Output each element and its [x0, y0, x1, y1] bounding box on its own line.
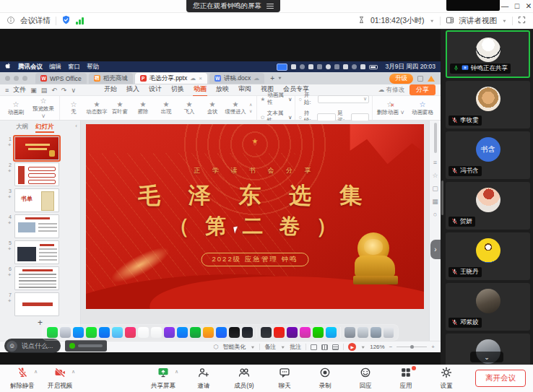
participant-tile-2[interactable]: 书含冯书含 [446, 131, 530, 179]
normal-view-icon[interactable] [311, 344, 317, 350]
animation-pane-button[interactable]: ☆动画窗格 [407, 100, 438, 116]
play-slideshow-button[interactable]: ▶ [348, 343, 356, 351]
notes-button[interactable]: 备注 [264, 343, 276, 351]
warning-icon[interactable] [428, 76, 435, 82]
gallery-scroll-arrows[interactable]: ∧∨ [248, 102, 254, 114]
meeting-details-label[interactable]: 会议详情 [20, 16, 51, 26]
animation-property-button[interactable]: ★动画属性 ∨ [260, 92, 292, 106]
minimize-button[interactable]: — [500, 1, 510, 10]
canvas-scrollbar[interactable] [434, 123, 437, 153]
caret-up-icon[interactable]: ∧ [175, 369, 178, 375]
record-button[interactable]: 录制 [308, 367, 342, 391]
start-select[interactable]: ∨ [318, 95, 369, 103]
sidebar-scrollbar[interactable] [441, 180, 443, 215]
wps-tab-1[interactable]: 稻稻壳商城 [89, 73, 133, 84]
caret-up-icon[interactable]: ∧ [72, 369, 75, 375]
dock-app-icon[interactable] [300, 327, 311, 338]
fullscreen-icon[interactable] [518, 16, 526, 25]
emoji-button[interactable]: ☺ [6, 341, 17, 352]
dock-app-icon[interactable] [274, 327, 285, 338]
ribbon-tab-切换[interactable]: 切换 [170, 84, 185, 97]
animation-brush-button[interactable]: ☆动画刷 [3, 100, 29, 116]
dock-app-icon[interactable] [370, 327, 381, 338]
duration-input[interactable] [317, 113, 335, 121]
ribbon-tab-插入[interactable]: 插入 [126, 84, 140, 97]
react-button[interactable]: 回应 [349, 367, 382, 391]
participant-tile-4[interactable]: 王晓丹 [446, 232, 530, 280]
dock-app-icon[interactable] [60, 327, 71, 338]
mac-menu-3[interactable]: 帮助 [87, 63, 99, 71]
restore-window-icon[interactable] [417, 76, 423, 82]
view-mode-label[interactable]: 演讲者视图 [459, 16, 498, 26]
start-video-button[interactable]: 开启视频∧ [43, 367, 77, 391]
ribbon-tab-放映[interactable]: 放映 [215, 84, 230, 97]
reading-view-icon[interactable] [332, 344, 339, 350]
dock-app-icon[interactable] [203, 327, 214, 338]
dock-app-icon[interactable] [261, 327, 272, 338]
dock-app-icon[interactable] [177, 327, 188, 338]
redo-icon[interactable]: ↷ [61, 87, 67, 94]
traffic-light-minimize[interactable] [14, 76, 19, 81]
animation-effect-4[interactable]: ★出现 [155, 100, 177, 116]
animation-effect-0[interactable]: ☆无 [63, 100, 84, 116]
dock-app-icon[interactable] [99, 327, 110, 338]
zoom-in-button[interactable]: + [431, 344, 435, 350]
sorter-view-icon[interactable] [321, 344, 328, 350]
slide-thumbnail-2[interactable] [14, 162, 59, 186]
wps-tab-2[interactable]: P毛选分享.pptx☁× [135, 73, 207, 84]
animation-effect-5[interactable]: ★飞入 [178, 100, 200, 116]
traffic-light-close[interactable] [5, 76, 10, 81]
dock-app-icon[interactable] [190, 327, 201, 338]
trash-icon[interactable] [384, 327, 394, 338]
participant-tile-0[interactable]: 钟鸣正在共享 [446, 30, 530, 78]
close-button[interactable]: ✕ [524, 1, 533, 10]
share-screen-button[interactable]: 共享屏幕∧ [147, 367, 180, 391]
participant-tile-5[interactable]: 邓紫姣 [446, 283, 530, 331]
animation-effect-7[interactable]: ★缓慢进入 [225, 100, 246, 116]
comment-button[interactable]: 批注 [290, 343, 301, 351]
participant-tile-3[interactable]: 贺妍 [446, 182, 530, 230]
dock-app-icon[interactable] [358, 327, 368, 338]
more-icon[interactable]: ∨ [71, 87, 76, 94]
mac-menu-0[interactable]: 腾讯会议 [18, 63, 43, 71]
favorite-icon[interactable]: ☆ [432, 173, 438, 179]
slide-thumbnail-5[interactable] [14, 240, 59, 264]
dock-app-icon[interactable] [112, 327, 123, 338]
slide-thumbnail-1[interactable] [14, 136, 59, 160]
print-icon[interactable]: ▤ [41, 87, 48, 94]
animation-effect-6[interactable]: ★盒状 [202, 100, 223, 116]
panel-collapse-icon[interactable]: ‹ [75, 123, 77, 129]
ribbon-tab-审阅[interactable]: 审阅 [238, 84, 252, 97]
expand-participants-button[interactable]: ⌄ [470, 352, 503, 362]
chat-button[interactable]: 聊天 [268, 367, 301, 391]
dock-app-icon[interactable] [326, 327, 337, 338]
dock-app-icon[interactable] [242, 327, 253, 338]
ribbon-tab-开始[interactable]: 开始 [103, 84, 118, 97]
beautify-button[interactable]: 智能美化 [222, 343, 246, 351]
dock-app-icon[interactable] [344, 327, 355, 338]
apps-button[interactable]: 应用 [389, 367, 422, 391]
save-icon[interactable]: ▣ [30, 87, 37, 94]
dock-app-icon[interactable] [125, 327, 136, 338]
grid-icon[interactable]: ▦ [432, 199, 438, 205]
delete-animation-button[interactable]: ☆✕删除动画 ∨ [376, 100, 406, 116]
dock-app-icon[interactable] [151, 327, 162, 338]
zoom-slider[interactable] [396, 347, 427, 347]
mac-menu-2[interactable]: 窗口 [68, 63, 80, 71]
wps-share-button[interactable]: 分享 [410, 84, 436, 95]
tab-list-caret-icon[interactable]: ▼ [277, 77, 282, 81]
file-menu[interactable]: 文件 [13, 85, 26, 95]
dock-app-icon[interactable] [216, 327, 227, 338]
caret-up-icon[interactable]: ∧ [34, 369, 38, 375]
dock-app-icon[interactable] [47, 327, 58, 338]
sidebar-toggle-chevron[interactable]: › [430, 240, 441, 259]
screen-record-indicator-icon[interactable] [277, 64, 287, 71]
dock-app-icon[interactable] [229, 327, 240, 338]
dock-app-icon[interactable] [73, 327, 84, 338]
close-tab-icon[interactable]: × [199, 75, 202, 82]
animation-effect-1[interactable]: ★动态数字 [86, 100, 108, 116]
delay-input[interactable] [351, 113, 369, 121]
timer-caret-icon[interactable]: ▼ [430, 19, 435, 23]
history-icon[interactable]: ○ [433, 212, 437, 218]
slide-thumbnail-4[interactable] [14, 214, 59, 238]
